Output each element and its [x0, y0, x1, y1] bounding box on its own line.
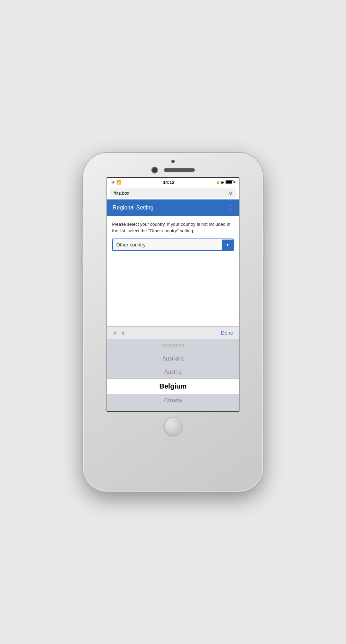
volume-mute-button[interactable] — [81, 208, 83, 219]
chevron-down-icon: ▼ — [226, 242, 230, 247]
status-bar: ✈ 📶 14:12 🔒 ▶ — [107, 178, 239, 187]
status-right: 🔒 ▶ — [216, 180, 235, 184]
wifi-icon: 📶 — [116, 180, 121, 185]
lock-icon: 🔒 — [216, 180, 220, 184]
list-item[interactable]: Cyprus — [107, 407, 239, 411]
picker-list: Argentina Australia Austria Belgium Croa… — [107, 339, 239, 411]
front-camera — [151, 167, 158, 174]
status-time: 14:12 — [163, 180, 174, 185]
front-sensor — [171, 160, 175, 163]
dropdown-arrow-button[interactable]: ▼ — [222, 240, 233, 250]
description-text: Please select your country. If your coun… — [112, 221, 234, 234]
list-item[interactable]: Austria — [107, 365, 239, 379]
top-bar — [151, 167, 195, 174]
picker-navigation: ∧ ∨ — [113, 329, 125, 336]
url-text: fritz.box — [113, 190, 129, 196]
kebab-menu-button[interactable]: ⋮ — [227, 204, 233, 211]
power-button[interactable] — [263, 229, 265, 256]
picker-up-button[interactable]: ∧ — [113, 329, 117, 336]
list-item[interactable]: Argentina — [107, 339, 239, 352]
list-item[interactable]: Croatia — [107, 394, 239, 407]
earpiece-speaker — [164, 168, 195, 172]
airplane-mode-icon: ✈ — [111, 180, 115, 185]
location-icon: ▶ — [221, 180, 224, 184]
app-header: Regional Setting ⋮ — [107, 199, 239, 216]
picker-done-button[interactable]: Done — [221, 330, 233, 336]
content-spacer — [107, 254, 239, 327]
picker-toolbar: ∧ ∨ Done — [107, 326, 239, 339]
picker-down-button[interactable]: ∨ — [121, 329, 125, 336]
phone-frame: ✈ 📶 14:12 🔒 ▶ fritz.box ↻ — [83, 153, 263, 492]
dropdown-selected-value: Other country — [113, 239, 222, 250]
list-item[interactable]: Australia — [107, 352, 239, 365]
home-button[interactable] — [164, 417, 182, 436]
address-bar[interactable]: fritz.box ↻ — [110, 188, 236, 198]
battery-indicator — [226, 180, 235, 184]
volume-up-button[interactable] — [81, 223, 83, 244]
app-content: Please select your country. If your coun… — [107, 216, 239, 254]
list-item-selected[interactable]: Belgium — [107, 379, 239, 394]
volume-down-button[interactable] — [81, 249, 83, 270]
reload-icon[interactable]: ↻ — [228, 190, 233, 196]
phone-screen: ✈ 📶 14:12 🔒 ▶ fritz.box ↻ — [107, 177, 239, 412]
page-title: Regional Setting — [113, 205, 153, 211]
country-dropdown[interactable]: Other country ▼ — [112, 239, 234, 251]
status-left: ✈ 📶 — [111, 180, 121, 185]
